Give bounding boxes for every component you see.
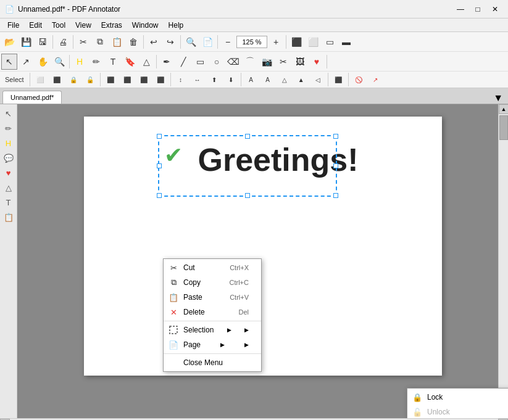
sidebar-icon-heart[interactable]: ♥ bbox=[2, 166, 15, 179]
stamp-button[interactable]: 🔖 bbox=[122, 54, 138, 70]
redo-button[interactable]: ↪ bbox=[162, 34, 178, 50]
tb2-b7[interactable]: ↕ bbox=[173, 72, 189, 88]
menu-edit[interactable]: Edit bbox=[24, 20, 47, 31]
scroll-up-button[interactable]: ▲ bbox=[499, 104, 508, 114]
ctx-selection[interactable]: Selection ▶ bbox=[164, 323, 261, 337]
menu-window[interactable]: Window bbox=[127, 20, 164, 31]
menu-file[interactable]: File bbox=[2, 20, 24, 31]
close-button[interactable]: ✕ bbox=[487, 3, 503, 15]
pages-button[interactable]: 📄 bbox=[199, 34, 215, 50]
ctx-delete[interactable]: ✕ Delete Del bbox=[164, 305, 261, 319]
pen-button[interactable]: ✏ bbox=[88, 54, 104, 70]
delete-button[interactable]: 🗑 bbox=[125, 34, 141, 50]
scroll-track[interactable] bbox=[499, 114, 508, 398]
pdf-tab[interactable]: Unnamed.pdf* bbox=[2, 91, 62, 104]
tb2-b9[interactable]: ⬆ bbox=[206, 72, 222, 88]
menu-help[interactable]: Help bbox=[164, 20, 189, 31]
cut-button[interactable]: ✂ bbox=[75, 34, 91, 50]
sidebar-icon-highlight[interactable]: H bbox=[2, 136, 15, 150]
paste-button[interactable]: 📋 bbox=[109, 34, 125, 50]
tb2-b16[interactable]: ⬛ bbox=[330, 72, 346, 88]
minimize-button[interactable]: — bbox=[452, 3, 468, 15]
heart-button[interactable]: ♥ bbox=[309, 54, 325, 70]
zoom-in-button[interactable]: + bbox=[268, 34, 284, 50]
open-button[interactable]: 📂 bbox=[1, 34, 17, 50]
handle-middle-left[interactable] bbox=[157, 163, 162, 168]
vertical-scrollbar[interactable]: ▲ ▼ bbox=[498, 104, 508, 408]
save-button[interactable]: 💾 bbox=[18, 34, 34, 50]
menu-tool[interactable]: Tool bbox=[47, 20, 70, 31]
tb2-b4[interactable]: ⬛ bbox=[119, 72, 135, 88]
tb2-b13[interactable]: △ bbox=[277, 72, 293, 88]
eraser-button[interactable]: ⌫ bbox=[225, 54, 241, 70]
unlock-btn[interactable]: 🔓 bbox=[82, 72, 98, 88]
handle-bottom-left[interactable] bbox=[157, 193, 162, 198]
handle-top-left[interactable] bbox=[157, 134, 162, 139]
copy-button[interactable]: ⧉ bbox=[92, 34, 108, 50]
handle-bottom-center[interactable] bbox=[245, 193, 250, 198]
save-alt-button[interactable]: 🖫 bbox=[35, 34, 51, 50]
sidebar-icon-pen[interactable]: ✏ bbox=[2, 121, 15, 135]
sub-lock[interactable]: 🔒 Lock bbox=[407, 390, 508, 405]
menu-extras[interactable]: Extras bbox=[96, 20, 127, 31]
ctx-paste[interactable]: 📋 Paste Ctrl+V bbox=[164, 290, 261, 305]
line-button[interactable]: ╱ bbox=[175, 54, 191, 70]
handle-top-right[interactable] bbox=[333, 134, 338, 139]
sidebar-icon-comment[interactable]: 💬 bbox=[2, 151, 15, 165]
search-button[interactable]: 🔍 bbox=[183, 34, 199, 50]
tb2-b2[interactable]: ⬛ bbox=[49, 72, 65, 88]
print-button[interactable]: 🖨 bbox=[55, 34, 71, 50]
tb2-b8[interactable]: ↔ bbox=[189, 72, 206, 88]
ellipse-button[interactable]: ○ bbox=[209, 54, 225, 70]
selection-box[interactable] bbox=[158, 135, 337, 197]
sidebar-icon-text[interactable]: T bbox=[2, 196, 15, 209]
ctx-close-menu[interactable]: Close Menu bbox=[164, 355, 261, 370]
ctx-copy[interactable]: ⧉ Copy Ctrl+C bbox=[164, 275, 261, 290]
fit-width-button[interactable]: ⬜ bbox=[305, 34, 321, 50]
menu-view[interactable]: View bbox=[70, 20, 96, 31]
tb2-b10[interactable]: ⬇ bbox=[223, 72, 239, 88]
tb2-b6[interactable]: ⬛ bbox=[152, 72, 169, 88]
sidebar-icon-stamp[interactable]: 📋 bbox=[2, 210, 15, 224]
pencil-button[interactable]: ✒ bbox=[159, 54, 175, 70]
handle-bottom-right[interactable] bbox=[333, 193, 338, 198]
tb2-b12[interactable]: A bbox=[260, 72, 276, 88]
zoom-input[interactable] bbox=[236, 36, 267, 48]
crop-button[interactable]: ✂ bbox=[275, 54, 291, 70]
tb2-b14[interactable]: ▲ bbox=[293, 72, 309, 88]
sidebar-icon-shape[interactable]: △ bbox=[2, 181, 15, 194]
tb2-b15[interactable]: ◁ bbox=[310, 72, 326, 88]
hand-tool-button[interactable]: ✋ bbox=[35, 54, 51, 70]
rect-button[interactable]: ▭ bbox=[192, 54, 208, 70]
tab-dropdown-button[interactable]: ▼ bbox=[491, 93, 506, 104]
continuous-button[interactable]: ▬ bbox=[338, 34, 354, 50]
tb2-b17[interactable]: 🚫 bbox=[351, 72, 367, 88]
undo-button[interactable]: ↩ bbox=[146, 34, 162, 50]
select-tool-button[interactable]: ↖ bbox=[1, 54, 17, 70]
handle-middle-right[interactable] bbox=[333, 163, 338, 168]
magnify-button[interactable]: 🔍 bbox=[51, 54, 67, 70]
fit-page-button[interactable]: ⬛ bbox=[288, 34, 304, 50]
lasso-button[interactable]: ⌒ bbox=[242, 54, 258, 70]
pointer-button[interactable]: ↗ bbox=[18, 54, 34, 70]
single-page-button[interactable]: ▭ bbox=[322, 34, 338, 50]
handle-top-center[interactable] bbox=[245, 134, 250, 139]
tb2-b5[interactable]: ⬛ bbox=[136, 72, 152, 88]
lock-btn[interactable]: 🔒 bbox=[65, 72, 81, 88]
tb2-b11[interactable]: A bbox=[243, 72, 259, 88]
scroll-thumb[interactable] bbox=[499, 115, 508, 140]
tb2-b18[interactable]: ↗ bbox=[367, 72, 383, 88]
ctx-cut[interactable]: ✂ Cut Ctrl+X bbox=[164, 260, 261, 275]
text-button[interactable]: T bbox=[105, 54, 121, 70]
maximize-button[interactable]: □ bbox=[470, 3, 486, 15]
tb2-b3[interactable]: ⬛ bbox=[102, 72, 119, 88]
zoom-out-button[interactable]: − bbox=[220, 34, 236, 50]
image-button[interactable]: 🖼 bbox=[292, 54, 308, 70]
camera-button[interactable]: 📷 bbox=[259, 54, 275, 70]
sub-unlock[interactable]: 🔓 Unlock bbox=[407, 405, 508, 418]
shapes-button[interactable]: △ bbox=[138, 54, 154, 70]
tb2-b1[interactable]: ⬜ bbox=[32, 72, 48, 88]
highlight-button[interactable]: H bbox=[72, 54, 88, 70]
sidebar-icon-cursor[interactable]: ↖ bbox=[2, 107, 15, 120]
ctx-page[interactable]: 📄 Page ▶ bbox=[164, 337, 261, 352]
